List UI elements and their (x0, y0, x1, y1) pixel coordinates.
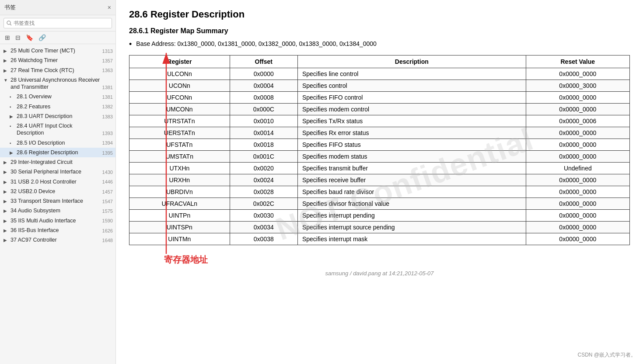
nav-label-item-36: 36 IIS-Bus Interface (10, 227, 101, 234)
table-row: UERSTATn0x0014Specifies Rx error status0… (129, 127, 630, 139)
table-row: UINTMn0x0038Specifies interrupt mask0x00… (129, 233, 630, 245)
nav-label-item-35: 35 IIS Multi Audio Interface (10, 217, 101, 224)
bookmark-icon[interactable]: 🔖 (24, 33, 35, 42)
table-row: UFSTATn0x0018Specifies FIFO status0x0000… (129, 139, 630, 151)
sidebar-item-item-28-2[interactable]: ▪28.2 Features1382 (0, 102, 115, 111)
page-num-item-32: 1457 (102, 189, 113, 195)
cell-register: ULCONn (129, 68, 230, 80)
cell-offset: 0x0028 (230, 186, 297, 198)
cell-description: Specifies FIFO status (297, 139, 526, 151)
page-num-item-28-2: 1382 (102, 104, 113, 110)
sidebar-item-item-25[interactable]: ▶25 Multi Core Timer (MCT)1313 (0, 46, 115, 55)
table-row: UTXHn0x0020Specifies transmit bufferUnde… (129, 163, 630, 174)
nav-label-item-29: 29 Inter-Integrated Circuit (10, 159, 113, 166)
sidebar-item-item-28-3[interactable]: ▶28.3 UART Description1383 (0, 111, 115, 121)
table-row: UBRDIVn0x0028Specifies baud rate divisor… (129, 186, 630, 198)
cell-offset: 0x0010 (230, 115, 297, 127)
toggle-icon-item-30: ▶ (3, 168, 9, 175)
sidebar-item-item-27[interactable]: ▶27 Real Time Clock (RTC)1363 (0, 66, 115, 75)
sidebar-item-item-28[interactable]: ▼28 Universal Asynchronous Receiver and … (0, 75, 115, 92)
cell-register: UFSTATn (129, 139, 230, 151)
cell-description: Specifies line control (297, 68, 526, 80)
page-num-item-30: 1430 (102, 169, 113, 175)
page-num-item-28-1: 1381 (102, 94, 113, 100)
cell-reset-value: 0x0000_3000 (526, 80, 629, 92)
sidebar-title: 书签 (4, 3, 16, 11)
sidebar-search-input[interactable] (3, 18, 112, 28)
expand-all-icon[interactable]: ⊞ (3, 33, 11, 42)
nav-label-item-25: 25 Multi Core Timer (MCT) (10, 47, 101, 54)
cell-offset: 0x002C (230, 198, 297, 210)
page-num-item-28: 1381 (102, 84, 113, 90)
sidebar-item-item-28-4[interactable]: ▪28.4 UART Input Clock Description1393 (0, 121, 115, 138)
page-num-item-33: 1547 (102, 198, 113, 205)
sidebar-item-item-28-6[interactable]: ▶28.6 Register Description1395 (0, 148, 115, 157)
page-num-item-27: 1363 (102, 67, 113, 73)
page-num-item-35: 1590 (102, 218, 113, 224)
sidebar-item-item-37[interactable]: ▶37 AC97 Controller1648 (0, 235, 115, 245)
sidebar-item-item-28-1[interactable]: ▪28.1 Overview1381 (0, 92, 115, 101)
table-header-register: Register (129, 55, 230, 68)
toggle-icon-item-34: ▶ (3, 207, 9, 214)
cell-description: Specifies control (297, 80, 526, 92)
cell-reset-value: 0x0000_0006 (526, 115, 629, 127)
sidebar-header: 书签 × (0, 0, 115, 15)
toggle-icon-item-28-6: ▶ (10, 149, 15, 156)
table-row: UFRACVALn0x002CSpecifies divisor fractio… (129, 198, 630, 210)
cell-offset: 0x0024 (230, 174, 297, 186)
sidebar-item-item-34[interactable]: ▶34 Audio Subsystem1575 (0, 206, 115, 215)
sidebar-item-item-33[interactable]: ▶33 Transport Stream Interface1547 (0, 196, 115, 206)
toggle-icon-item-36: ▶ (3, 227, 9, 233)
cell-offset: 0x0014 (230, 127, 297, 139)
cell-description: Specifies FIFO control (297, 92, 526, 104)
cell-reset-value: 0x0000_0000 (526, 198, 629, 210)
register-table: RegisterOffsetDescriptionReset Value ULC… (129, 55, 630, 245)
cell-reset-value: 0x0000_0000 (526, 151, 629, 163)
table-body: ULCONn0x0000Specifies line control0x0000… (129, 68, 630, 245)
toggle-icon-item-28-5: ▪ (10, 139, 15, 146)
nav-label-item-28-1: 28.1 Overview (17, 93, 101, 100)
sidebar-search-container (0, 15, 115, 31)
cell-register: UFRACVALn (129, 198, 230, 210)
sidebar-item-item-30[interactable]: ▶30 Serial Peripheral Interface1430 (0, 167, 115, 177)
sidebar-item-item-36[interactable]: ▶36 IIS-Bus Interface1626 (0, 225, 115, 235)
cell-register: UTXHn (129, 163, 230, 174)
cell-register: UINTPn (129, 210, 230, 222)
nav-label-item-26: 26 Watchdog Timer (10, 57, 101, 64)
toggle-icon-item-27: ▶ (3, 67, 9, 73)
nav-label-item-28-4: 28.4 UART Input Clock Description (17, 122, 101, 137)
main-content: 28.6 Register Description 28.6.1 Registe… (116, 0, 643, 364)
cell-description: Specifies transmit buffer (297, 163, 526, 174)
sidebar-close-button[interactable]: × (108, 4, 111, 11)
page-num-item-28-6: 1395 (102, 150, 113, 156)
cell-description: Specifies modem status (297, 151, 526, 163)
table-header-description: Description (297, 55, 526, 68)
table-row: UMCONn0x000CSpecifies modem control0x000… (129, 104, 630, 115)
cell-register: UFCONn (129, 92, 230, 104)
page-num-item-37: 1648 (102, 237, 113, 243)
page-num-item-28-5: 1394 (102, 140, 113, 146)
toggle-icon-item-28-1: ▪ (10, 93, 15, 100)
table-row: URXHn0x0024Specifies receive buffer0x000… (129, 174, 630, 186)
cell-reset-value: 0x0000_0000 (526, 104, 629, 115)
table-row: UFCONn0x0008Specifies FIFO control0x0000… (129, 92, 630, 104)
table-header-row: RegisterOffsetDescriptionReset Value (129, 55, 630, 68)
sidebar-item-item-35[interactable]: ▶35 IIS Multi Audio Interface1590 (0, 216, 115, 225)
sidebar-item-item-32[interactable]: ▶32 USB2.0 Device1457 (0, 187, 115, 196)
nav-label-item-31: 31 USB 2.0 Host Controller (10, 178, 101, 185)
sidebar-item-item-31[interactable]: ▶31 USB 2.0 Host Controller1446 (0, 177, 115, 187)
cell-reset-value: 0x0000_0000 (526, 233, 629, 245)
sidebar-item-item-29[interactable]: ▶29 Inter-Integrated Circuit (0, 157, 115, 167)
cell-offset: 0x0020 (230, 163, 297, 174)
sidebar-item-item-26[interactable]: ▶26 Watchdog Timer1357 (0, 55, 115, 65)
attribution-text: samsung / david.pang at 14:21,2012-05-07 (129, 270, 630, 277)
collapse-all-icon[interactable]: ⊟ (14, 33, 22, 42)
sidebar-item-item-28-5[interactable]: ▪28.5 I/O Description1394 (0, 138, 115, 148)
cell-offset: 0x000C (230, 104, 297, 115)
link-icon[interactable]: 🔗 (37, 33, 47, 42)
page-num-item-28-3: 1383 (102, 114, 113, 120)
cell-reset-value: 0x0000_0000 (526, 139, 629, 151)
toggle-icon-item-37: ▶ (3, 236, 9, 243)
table-header-offset: Offset (230, 55, 297, 68)
cell-offset: 0x0000 (230, 68, 297, 80)
